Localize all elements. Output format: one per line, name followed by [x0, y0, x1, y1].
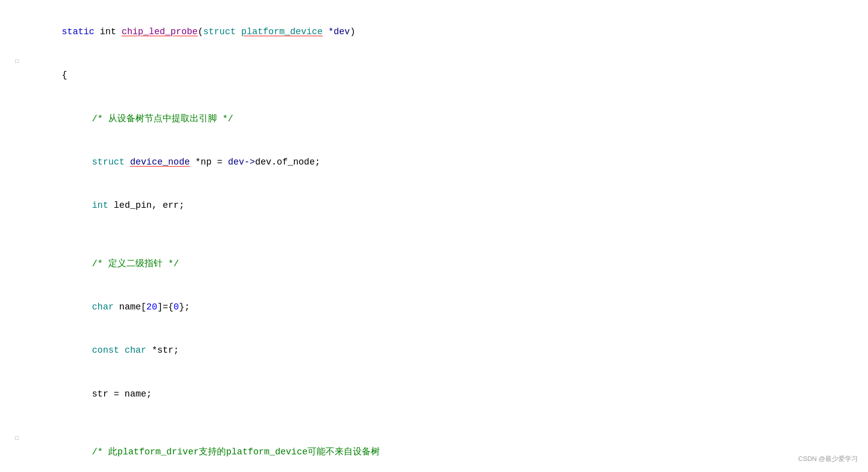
code-line-12: □ /* 此platform_driver支持的platform_device可…: [15, 430, 853, 472]
code-line-3: /* 从设备树节点中提取出引脚 */: [15, 97, 853, 140]
semi-1: ;: [315, 157, 321, 167]
punct-space: *np =: [190, 157, 228, 167]
gutter-10: [15, 381, 29, 382]
code-line-6: [15, 227, 853, 242]
line-content-1: static int chip_led_probe(struct platfor…: [29, 10, 853, 53]
punct-close-paren: ): [350, 27, 355, 37]
line-content-4: struct device_node *np = dev->dev.of_nod…: [29, 140, 853, 184]
punct-open-paren: (: [198, 27, 203, 37]
dev-of-node: dev.of_node: [255, 157, 315, 167]
code-line-10: str = name;: [15, 372, 853, 416]
line-content-10: str = name;: [29, 372, 853, 416]
code-line-11: [15, 416, 853, 430]
line-content-6: [29, 227, 853, 242]
keyword-static: static: [62, 27, 100, 37]
line-content-9: const char *str;: [29, 329, 853, 372]
function-name: chip_led_probe: [122, 27, 198, 37]
gutter-11: [15, 424, 29, 425]
gutter-4: [15, 149, 29, 150]
comment-1: /* 从设备树节点中提取出引脚 */: [92, 114, 233, 124]
line-content-11: [29, 416, 853, 430]
line-content-12: /* 此platform_driver支持的platform_device可能不…: [29, 430, 853, 472]
code-line-2: □ {: [15, 53, 853, 97]
var-end: };: [179, 302, 190, 312]
keyword-int: int: [100, 27, 121, 37]
var-str: *str;: [152, 345, 179, 355]
gutter-3: [15, 106, 29, 107]
comment-3: /* 此platform_driver支持的platform_device可能不…: [92, 447, 380, 457]
line-content-7: /* 定义二级指针 */: [29, 242, 853, 285]
code-line-8: char name[20]={0};: [15, 285, 853, 329]
gutter-5: [15, 193, 29, 194]
open-brace: {: [62, 70, 67, 80]
type-device-node: device_node: [130, 157, 190, 167]
keyword-int-2: int: [92, 200, 114, 210]
comment-2: /* 定义二级指针 */: [92, 259, 179, 269]
line-content-2: {: [29, 53, 853, 97]
str-assign: str = name;: [92, 389, 152, 399]
code-line-9: const char *str;: [15, 329, 853, 372]
keyword-const: const: [92, 345, 125, 355]
param-type-struct: struct: [203, 27, 242, 37]
code-line-5: int led_pin, err;: [15, 184, 853, 227]
code-line-7: /* 定义二级指针 */: [15, 242, 853, 285]
line-content-8: char name[20]={0};: [29, 285, 853, 329]
gutter-12: □: [15, 433, 29, 443]
gutter-6: [15, 236, 29, 237]
line-content-3: /* 从设备树节点中提取出引脚 */: [29, 97, 853, 140]
gutter-7: [15, 251, 29, 252]
keyword-char-2: char: [125, 345, 152, 355]
keyword-char: char: [92, 302, 119, 312]
var-init: ]={: [157, 302, 173, 312]
var-name-decl: name[: [119, 302, 146, 312]
num-20: 20: [146, 302, 157, 312]
watermark: CSDN @最少爱学习: [798, 454, 858, 464]
gutter-8: [15, 294, 29, 295]
param-dev: *dev: [323, 27, 350, 37]
code-line-1: static int chip_led_probe(struct platfor…: [15, 10, 853, 53]
dev-arrow: dev->: [228, 157, 255, 167]
code-line-4: struct device_node *np = dev->dev.of_nod…: [15, 140, 853, 184]
num-0: 0: [174, 302, 179, 312]
keyword-struct-2: struct: [92, 157, 130, 167]
gutter-2: □: [15, 56, 29, 66]
code-block: static int chip_led_probe(struct platfor…: [0, 0, 868, 472]
collapse-icon-1[interactable]: □: [15, 57, 19, 66]
param-type-platform-device: platform_device: [241, 27, 323, 37]
var-led-pin: led_pin, err;: [114, 200, 184, 210]
gutter-9: [15, 338, 29, 339]
gutter-1: [15, 19, 29, 20]
line-content-5: int led_pin, err;: [29, 184, 853, 227]
collapse-icon-2[interactable]: □: [15, 434, 19, 443]
